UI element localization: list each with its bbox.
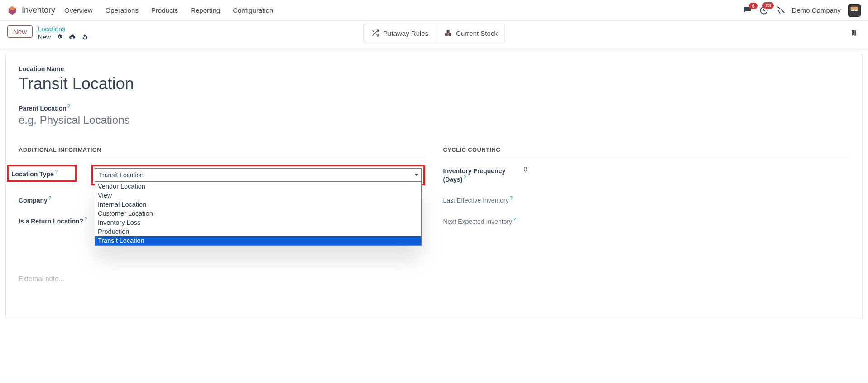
location-type-select-wrap: Transit Location Vendor Location View In…: [95, 168, 422, 182]
svg-rect-6: [855, 10, 858, 11]
svg-rect-9: [446, 30, 449, 33]
help-icon[interactable]: ?: [67, 103, 70, 109]
brand-icon: [7, 5, 17, 15]
help-icon[interactable]: ?: [510, 195, 513, 201]
nav-right: 6 23 Demo Company: [743, 4, 861, 17]
dropdown-option-transit[interactable]: Transit Location: [95, 236, 421, 245]
external-note-input[interactable]: External note...: [19, 275, 425, 282]
dropdown-option-customer[interactable]: Customer Location: [95, 209, 421, 218]
putaway-rules-button[interactable]: Putaway Rules: [363, 24, 436, 42]
dropdown-option-view[interactable]: View: [95, 191, 421, 200]
tools-icon[interactable]: [776, 6, 785, 15]
parent-location-input[interactable]: e.g. Physical Locations: [19, 114, 849, 126]
cyclic-counting-section: CYCLIC COUNTING Inventory Frequency (Day…: [443, 146, 850, 282]
help-icon[interactable]: ?: [48, 195, 51, 201]
navbar: Inventory Overview Operations Products R…: [0, 0, 868, 21]
breadcrumb-link-locations[interactable]: Locations: [38, 25, 88, 33]
company-label: Company: [19, 196, 48, 204]
stat-buttons: Putaway Rules Current Stock: [363, 24, 505, 42]
caret-down-icon: [415, 174, 418, 176]
bookmark-icon[interactable]: [850, 29, 857, 38]
current-stock-label: Current Stock: [456, 29, 498, 37]
nav-menu-configuration[interactable]: Configuration: [233, 6, 273, 14]
svg-rect-7: [445, 33, 447, 36]
highlight-box-select: Transit Location Vendor Location View In…: [91, 165, 425, 185]
location-type-row: Location Type? Transit Location Vendor L…: [10, 165, 425, 185]
svg-rect-8: [448, 33, 451, 36]
additional-information-title: ADDITIONAL INFORMATION: [19, 146, 425, 156]
nav-menu: Overview Operations Products Reporting C…: [64, 6, 273, 14]
parent-location-block: Parent Location? e.g. Physical Locations: [19, 103, 849, 126]
help-icon[interactable]: ?: [513, 217, 516, 222]
location-name-block: Location Name Transit Location: [19, 65, 849, 93]
location-type-select[interactable]: Transit Location: [95, 168, 422, 182]
parent-location-label: Parent Location: [19, 105, 67, 112]
control-panel-left: New Locations New: [7, 25, 88, 41]
dropdown-option-inventory-loss[interactable]: Inventory Loss: [95, 218, 421, 227]
control-panel: New Locations New Putaway Rules Current …: [0, 21, 868, 48]
new-button[interactable]: New: [7, 25, 33, 38]
current-stock-button[interactable]: Current Stock: [436, 24, 505, 42]
help-icon[interactable]: ?: [84, 216, 87, 222]
avatar[interactable]: [848, 4, 861, 17]
dropdown-option-production[interactable]: Production: [95, 227, 421, 236]
dropdown-option-vendor[interactable]: Vendor Location: [95, 182, 421, 191]
help-icon[interactable]: ?: [55, 169, 58, 175]
dropdown-option-internal[interactable]: Internal Location: [95, 200, 421, 209]
discard-icon[interactable]: [82, 34, 88, 41]
last-effective-label: Last Effective Inventory: [443, 197, 509, 204]
boxes-icon: [443, 29, 452, 37]
help-icon[interactable]: ?: [463, 175, 466, 180]
svg-rect-5: [852, 10, 854, 11]
app-title[interactable]: Inventory: [22, 5, 55, 15]
cyclic-counting-title: CYCLIC COUNTING: [443, 146, 850, 156]
location-type-dropdown: Vendor Location View Internal Location C…: [95, 182, 422, 246]
shuffle-icon: [370, 29, 379, 37]
putaway-rules-label: Putaway Rules: [383, 29, 428, 37]
nav-menu-operations[interactable]: Operations: [106, 6, 139, 14]
location-name-label: Location Name: [19, 65, 849, 73]
additional-information-section: ADDITIONAL INFORMATION Location Type? Tr…: [19, 146, 425, 282]
nav-menu-products[interactable]: Products: [151, 6, 178, 14]
form-sheet: Location Name Transit Location Parent Lo…: [5, 54, 863, 319]
company-name[interactable]: Demo Company: [792, 6, 841, 14]
inventory-frequency-input[interactable]: 0: [524, 165, 850, 173]
discuss-button[interactable]: 6: [743, 6, 752, 15]
is-return-label: Is a Return Location?: [19, 218, 83, 225]
location-name-input[interactable]: Transit Location: [19, 74, 849, 93]
gear-icon[interactable]: [56, 34, 63, 41]
activity-badge: 23: [762, 2, 773, 9]
discuss-badge: 6: [749, 3, 757, 9]
next-expected-row: Next Expected Inventory?: [443, 214, 850, 225]
breadcrumb-current: New: [38, 34, 51, 41]
breadcrumb: Locations New: [38, 25, 88, 41]
cloud-upload-icon[interactable]: [68, 34, 76, 41]
highlight-box-label: Location Type?: [7, 165, 77, 182]
inventory-frequency-label: Inventory Frequency (Days): [443, 167, 506, 183]
inventory-frequency-row: Inventory Frequency (Days)? 0: [443, 165, 850, 183]
nav-menu-overview[interactable]: Overview: [64, 6, 93, 14]
location-type-selected-value: Transit Location: [99, 171, 144, 179]
nav-menu-reporting[interactable]: Reporting: [191, 6, 220, 14]
activity-button[interactable]: 23: [759, 6, 768, 15]
next-expected-label: Next Expected Inventory: [443, 218, 513, 225]
location-type-label: Location Type: [11, 170, 54, 177]
nav-left: Inventory Overview Operations Products R…: [7, 5, 273, 15]
last-effective-row: Last Effective Inventory?: [443, 193, 850, 204]
